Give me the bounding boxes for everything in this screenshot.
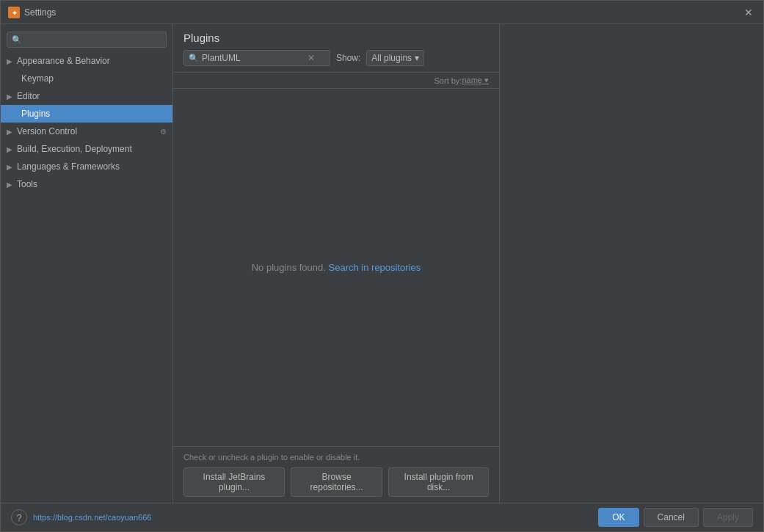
- sidebar-item-label: Keymap: [21, 73, 54, 84]
- sidebar-item-label: Languages & Frameworks: [17, 161, 120, 172]
- no-plugins-text: No plugins found.: [252, 262, 326, 273]
- sidebar-search-box[interactable]: 🔍: [7, 32, 167, 48]
- right-panel: [499, 24, 763, 503]
- install-jetbrains-button[interactable]: Install JetBrains plugin...: [183, 467, 285, 497]
- help-button[interactable]: ?: [11, 509, 27, 525]
- sidebar-item-label: Build, Execution, Deployment: [17, 144, 132, 154]
- show-label: Show:: [336, 53, 360, 63]
- sidebar-item-build[interactable]: ▶ Build, Execution, Deployment: [1, 140, 172, 158]
- arrow-icon: ▶: [7, 57, 12, 65]
- sidebar-item-label: Tools: [17, 179, 37, 189]
- sort-label: Sort by:: [434, 76, 462, 85]
- plugin-list-header: Sort by: name ▾: [173, 73, 499, 89]
- sidebar-item-label: Version Control: [17, 126, 77, 136]
- browse-repositories-button[interactable]: Browse repositories...: [291, 467, 382, 497]
- sidebar-item-label: Appearance & Behavior: [17, 56, 110, 66]
- main-content: 🔍 ▶ Appearance & Behavior Keymap ▶ Edito…: [1, 24, 763, 503]
- ok-button[interactable]: OK: [598, 508, 639, 527]
- footer-buttons: OK Cancel Apply: [598, 508, 753, 527]
- plugin-search-input[interactable]: [202, 53, 305, 63]
- footer-left: ? https://blog.csdn.net/caoyuan666: [11, 509, 151, 525]
- bottom-bar: Check or uncheck a plugin to enable or d…: [173, 446, 499, 503]
- app-icon: ✦: [8, 7, 20, 18]
- sidebar: 🔍 ▶ Appearance & Behavior Keymap ▶ Edito…: [1, 24, 173, 503]
- no-plugins-message: No plugins found. Search in repositories: [252, 262, 421, 273]
- clear-search-button[interactable]: ✕: [308, 53, 315, 63]
- arrow-icon: ▶: [7, 163, 12, 171]
- arrow-icon: ▶: [7, 92, 12, 101]
- sort-link[interactable]: name ▾: [462, 76, 489, 85]
- content-header: Plugins 🔍 ✕ Show: All plugins ▾: [173, 24, 499, 73]
- cancel-button[interactable]: Cancel: [644, 508, 699, 527]
- arrow-icon: ▶: [7, 128, 12, 136]
- vc-icon: ⚙: [160, 128, 167, 136]
- sidebar-item-languages[interactable]: ▶ Languages & Frameworks: [1, 158, 172, 175]
- title-bar-left: ✦ Settings: [8, 7, 56, 18]
- show-dropdown[interactable]: All plugins ▾: [366, 50, 424, 66]
- plugin-search-input-wrapper[interactable]: 🔍 ✕: [183, 50, 330, 66]
- arrow-icon: ▶: [7, 145, 12, 153]
- settings-dialog: ✦ Settings ✕ 🔍 ▶ Appearance & Behavior K…: [0, 0, 764, 532]
- plugin-list-area: No plugins found. Search in repositories: [173, 89, 499, 446]
- dropdown-arrow-icon: ▾: [415, 53, 419, 63]
- install-from-disk-button[interactable]: Install plugin from disk...: [388, 467, 489, 497]
- sidebar-item-editor[interactable]: ▶ Editor: [1, 87, 172, 105]
- title-bar: ✦ Settings ✕: [1, 1, 763, 24]
- sidebar-item-versioncontrol[interactable]: ▶ Version Control ⚙: [1, 123, 172, 140]
- apply-button[interactable]: Apply: [703, 508, 753, 527]
- close-button[interactable]: ✕: [741, 5, 756, 20]
- sidebar-item-keymap[interactable]: Keymap: [1, 70, 172, 87]
- sidebar-item-plugins[interactable]: Plugins: [1, 105, 172, 123]
- page-title: Plugins: [183, 32, 489, 44]
- search-in-repos-link[interactable]: Search in repositories: [329, 262, 421, 273]
- content-area: Plugins 🔍 ✕ Show: All plugins ▾ Sort by:: [173, 24, 499, 503]
- sidebar-item-tools[interactable]: ▶ Tools: [1, 175, 172, 193]
- svg-text:✦: ✦: [12, 9, 18, 16]
- show-dropdown-value: All plugins: [371, 53, 412, 63]
- url-text: https://blog.csdn.net/caoyuan666: [33, 513, 151, 522]
- sidebar-item-label: Editor: [17, 91, 40, 101]
- check-hint: Check or uncheck a plugin to enable or d…: [183, 453, 489, 462]
- plugin-search-icon: 🔍: [189, 54, 199, 63]
- action-buttons: Install JetBrains plugin... Browse repos…: [183, 467, 489, 497]
- sidebar-search-icon: 🔍: [12, 35, 22, 45]
- footer-bar: ? https://blog.csdn.net/caoyuan666 OK Ca…: [1, 503, 763, 531]
- plugin-search-bar: 🔍 ✕ Show: All plugins ▾: [183, 50, 489, 66]
- arrow-icon: ▶: [7, 181, 12, 189]
- sidebar-item-label: Plugins: [21, 109, 50, 119]
- dialog-title: Settings: [24, 7, 56, 18]
- sidebar-search-input[interactable]: [25, 34, 161, 45]
- sidebar-item-appearance[interactable]: ▶ Appearance & Behavior: [1, 52, 172, 70]
